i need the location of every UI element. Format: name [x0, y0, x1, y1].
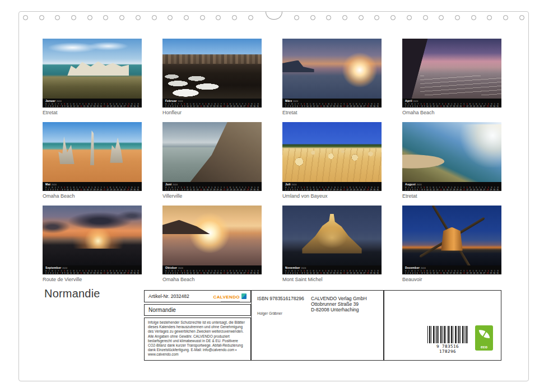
photo-caption: Villerville	[162, 193, 262, 199]
photo-caption: Omaha Beach	[402, 110, 501, 115]
sun-glare	[450, 124, 501, 167]
photo-caption: Etretat	[43, 110, 142, 115]
month-strip: November 2024 MDMDFSSMDMDFSSMDMDFSSMDMDF…	[282, 265, 382, 274]
day-row: 1234567891011121314151617181920212223242…	[405, 272, 499, 274]
clouds	[48, 40, 137, 55]
month-strip: Februar 2024 MDMDFSSMDMDFSSMDMDFSSMDMDFS…	[162, 99, 262, 108]
publisher-address: CALVENDO Verlag GmbH Ottobrunner Straße …	[311, 296, 367, 312]
month-name: Februar	[165, 99, 177, 102]
month-name: Juli	[285, 183, 291, 186]
month-strip: Mai 2024 MDMDFSSMDMDFSSMDMDFSSMDMDFSSMDM…	[43, 182, 142, 191]
eco-leaf-icon	[479, 329, 490, 340]
barcode: 9 783516 178296	[427, 326, 468, 354]
isbn-text: ISBN 9783516178296	[257, 296, 304, 301]
month-name: Oktober	[165, 266, 177, 269]
photo-dezember	[402, 206, 501, 265]
day-row: 1234567891011121314151617181920212223242…	[165, 272, 259, 274]
month-cell-dezember: Dezember 2024 MDMDFSSMDMDFSSMDMDFSSMDMDF…	[402, 206, 501, 282]
photo-november	[282, 206, 382, 265]
photo-april	[402, 39, 501, 99]
page-title: Normandie	[44, 287, 100, 300]
cliff-silhouette	[282, 60, 314, 72]
calvendo-logo: CALVENDO	[213, 291, 247, 302]
photo-caption: Route de Vierville	[43, 277, 142, 282]
calvendo-logo-icon	[241, 293, 247, 299]
month-cell-juli: Juli 2024 MDMDFSSMDMDFSSMDMDFSSMDMDFSSMD…	[282, 122, 382, 199]
publisher-line: D-82008 Unterhaching	[311, 307, 367, 312]
sculpture	[58, 137, 74, 164]
day-row: 1234567891011121314151617181920212223242…	[165, 105, 259, 108]
calendar-back-page: Januar 2024 MDMDFSSMDMDFSSMDMDFSSMDMDFSS…	[18, 11, 529, 381]
publisher-box: ISBN 9783516178296 Holger Gräbner CALVEN…	[251, 290, 384, 361]
photo-januar	[43, 39, 142, 99]
month-cell-november: November 2024 MDMDFSSMDMDFSSMDMDFSSMDMDF…	[282, 206, 382, 282]
month-cell-maerz: März 2024 MDMDFSSMDMDFSSMDMDFSSMDMDFSSMD…	[282, 39, 382, 115]
month-name: März	[285, 99, 292, 102]
month-strip: Januar 2024 MDMDFSSMDMDFSSMDMDFSSMDMDFSS…	[43, 99, 142, 108]
month-strip: Dezember 2024 MDMDFSSMDMDFSSMDMDFSSMDMDF…	[402, 265, 501, 274]
photo-juni	[162, 122, 262, 182]
month-name: September	[45, 266, 62, 269]
day-row: 1234567891011121314151617181920212223242…	[405, 189, 499, 191]
month-name: August	[405, 183, 416, 186]
hay-bales	[282, 122, 382, 182]
author-name: Holger Gräbner	[257, 311, 282, 315]
photo-caption: Omaha Beach	[43, 193, 142, 199]
photo-caption: Mont Saint Michel	[282, 277, 382, 282]
month-cell-april: April 2024 MDMDFSSMDMDFSSMDMDFSSMDMDFSSM…	[402, 39, 501, 115]
month-year: 2024	[417, 184, 422, 186]
sculpture	[88, 130, 98, 165]
calvendo-logo-text: CALVENDO	[213, 291, 240, 302]
photo-caption: Umland von Bayeux	[282, 193, 382, 199]
artikel-number: Artikel-Nr. 2032482	[148, 293, 189, 299]
month-strip: Oktober 2024 MDMDFSSMDMDFSSMDMDFSSMDMDFS…	[162, 265, 262, 274]
sun	[342, 52, 378, 88]
month-cell-oktober: Oktober 2024 MDMDFSSMDMDFSSMDMDFSSMDMDFS…	[162, 206, 262, 282]
photo-juli	[282, 122, 382, 182]
month-name: Mai	[45, 183, 50, 186]
month-strip: Juni 2024 MDMDFSSMDMDFSSMDMDFSSMDMDFSSMD…	[162, 182, 262, 191]
month-thumbnail-grid: Januar 2024 MDMDFSSMDMDFSSMDMDFSSMDMDFSS…	[43, 39, 501, 282]
day-row: 1234567891011121314151617181920212223242…	[45, 105, 139, 108]
artikel-box: Artikel-Nr. 2032482 CALVENDO	[144, 290, 251, 302]
legal-text: Infolge bestehender Schutzrechte ist es …	[148, 320, 247, 357]
month-cell-august: August 2024 MDMDFSSMDMDFSSMDMDFSSMDMDFSS…	[402, 122, 501, 199]
day-row: 1234567891011121314151617181920212223242…	[45, 189, 139, 191]
photo-august	[402, 122, 501, 182]
month-year: 2024	[421, 267, 426, 269]
night-glow	[304, 216, 360, 251]
eco-badge: eco	[475, 325, 493, 351]
month-year: 2024	[57, 100, 62, 102]
month-cell-januar: Januar 2024 MDMDFSSMDMDFSSMDMDFSSMDMDFSS…	[43, 39, 142, 115]
day-row: 1234567891011121314151617181920212223242…	[285, 189, 379, 191]
month-name: Juni	[165, 183, 171, 186]
month-year: 2024	[62, 267, 67, 269]
sculpture	[110, 138, 123, 163]
month-strip: August 2024 MDMDFSSMDMDFSSMDMDFSSMDMDFSS…	[402, 182, 501, 191]
publisher-line: Ottobrunner Straße 39	[311, 301, 367, 307]
barcode-bars	[427, 326, 468, 343]
calvendo-tagline	[221, 301, 240, 302]
month-year: 2024	[178, 267, 183, 269]
day-row: 1234567891011121314151617181920212223242…	[285, 105, 379, 108]
beach-waves	[420, 76, 501, 95]
day-row: 1234567891011121314151617181920212223242…	[165, 189, 259, 191]
boats	[162, 67, 240, 99]
photo-caption: Honfleur	[162, 110, 262, 115]
day-row: 1234567891011121314151617181920212223242…	[285, 272, 379, 274]
sun-glow	[43, 228, 142, 249]
month-strip: März 2024 MDMDFSSMDMDFSSMDMDFSSMDMDFSSMD…	[282, 99, 382, 108]
eco-label: eco	[481, 345, 487, 349]
month-name: April	[405, 99, 412, 102]
month-year: 2024	[178, 100, 183, 102]
photo-caption: Etretat	[282, 110, 382, 115]
calvendo-wordmark: CALVENDO	[213, 295, 240, 300]
photo-caption: Etretat	[402, 193, 501, 199]
barcode-number: 9 783516 178296	[427, 344, 468, 354]
product-title-box: Normandie	[144, 304, 251, 316]
day-row: 1234567891011121314151617181920212223242…	[405, 105, 499, 108]
month-year: 2024	[293, 100, 298, 102]
month-strip: April 2024 MDMDFSSMDMDFSSMDMDFSSMDMDFSSM…	[402, 99, 501, 108]
publisher-line: CALVENDO Verlag GmbH	[311, 296, 367, 301]
beach-curve	[402, 150, 456, 170]
